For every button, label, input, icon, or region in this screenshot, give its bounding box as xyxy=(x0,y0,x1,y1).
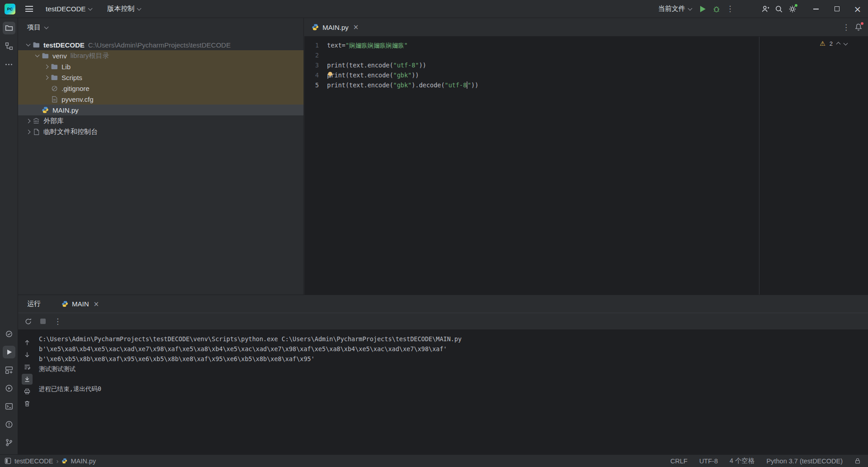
chevron-right-icon[interactable] xyxy=(26,129,30,134)
indent-widget[interactable]: 4 个空格 xyxy=(730,457,755,465)
code-line-4[interactable]: print(text.encode("gbk")) xyxy=(327,70,868,80)
stop-icon[interactable] xyxy=(40,319,46,324)
close-icon[interactable]: × xyxy=(94,300,100,308)
run-panel-header: 运行 MAIN × xyxy=(18,295,868,313)
console-toolbar xyxy=(18,329,36,454)
intention-bulb-icon[interactable] xyxy=(327,71,334,78)
chevron-right-icon[interactable] xyxy=(44,64,48,69)
pycharm-logo-icon: PC xyxy=(5,4,15,14)
code-line-2[interactable] xyxy=(327,50,868,60)
run-configuration-selector[interactable]: 当前文件 xyxy=(658,5,692,13)
tree-item-testdecode[interactable]: testDECODE C:\Users\Admin\PycharmProject… xyxy=(18,39,304,50)
tree-item-scripts[interactable]: Scripts xyxy=(18,72,304,83)
line-number: 1 xyxy=(304,40,324,50)
git-tool-icon[interactable] xyxy=(3,436,15,449)
line-ending-widget[interactable]: CRLF xyxy=(670,457,688,465)
vcs-widget-label: 版本控制 xyxy=(107,5,134,13)
breadcrumb-separator: › xyxy=(56,457,58,465)
next-problem-icon[interactable] xyxy=(844,41,848,45)
terminal-tool-icon[interactable] xyxy=(3,400,15,413)
scroll-down-icon[interactable] xyxy=(22,349,33,360)
code-line-3[interactable]: print(text.encode("utf-8")) xyxy=(327,60,868,70)
commit-tool-icon[interactable] xyxy=(3,328,15,340)
scroll-up-icon[interactable] xyxy=(22,337,33,348)
prev-problem-icon[interactable] xyxy=(836,42,841,47)
run-config-label: 当前文件 xyxy=(658,5,685,13)
ignored-file-icon xyxy=(50,85,59,92)
more-actions-icon[interactable]: ⋮ xyxy=(723,2,737,16)
python-file-icon xyxy=(62,458,67,464)
python-file-icon xyxy=(312,24,319,31)
folder-icon xyxy=(50,74,59,81)
editor-tab-main-py[interactable]: MAIN.py × xyxy=(304,18,363,36)
status-bar: testDECODE › MAIN.py CRLF UTF-8 4 个空格 Py… xyxy=(0,454,868,467)
run-tab-label: MAIN xyxy=(72,300,89,308)
code-area[interactable]: text="娴嬭瘯娴嬭瘯娴嬭瘯" print(text.encode("utf-… xyxy=(324,37,868,295)
maximize-button[interactable] xyxy=(826,0,847,18)
tree-item-label: venv xyxy=(52,52,67,60)
close-button[interactable]: × xyxy=(847,0,868,18)
encoding-widget[interactable]: UTF-8 xyxy=(699,457,718,465)
vcs-widget[interactable]: 版本控制 xyxy=(107,5,141,13)
readonly-lock-icon[interactable] xyxy=(854,457,861,464)
minimize-button[interactable] xyxy=(806,0,826,18)
chevron-down-icon[interactable] xyxy=(35,53,39,57)
tree-item-lib[interactable]: Lib xyxy=(18,61,304,72)
inspection-widget[interactable]: ⚠ 2 xyxy=(820,40,847,47)
more-tool-windows-icon[interactable] xyxy=(3,58,15,71)
run-panel-title[interactable]: 运行 xyxy=(18,300,41,308)
main-menu-icon[interactable] xyxy=(25,6,33,12)
run-options-icon[interactable]: ⋮ xyxy=(54,318,62,325)
close-icon[interactable]: × xyxy=(353,23,359,31)
console-line: b'\xe5\xa8\xb4\xe5\xac\xad\xe7\x98\xaf\x… xyxy=(39,344,868,354)
interpreter-widget[interactable]: Python 3.7 (testDECODE) xyxy=(767,457,843,465)
run-toolbar: ⋮ xyxy=(18,313,868,329)
python-console-tool-icon[interactable] xyxy=(3,382,15,395)
chevron-down-icon[interactable] xyxy=(26,42,30,47)
console-line: 测试测试测试 xyxy=(39,364,868,374)
chevron-right-icon[interactable] xyxy=(44,75,48,80)
tree-item-pyvenv-cfg[interactable]: pyvenv.cfg xyxy=(18,94,304,105)
breadcrumb-project[interactable]: testDECODE xyxy=(14,457,53,465)
code-with-me-icon[interactable] xyxy=(759,2,772,16)
project-panel-header[interactable]: 项目 xyxy=(18,18,304,37)
run-tool-window-icon[interactable] xyxy=(3,346,15,358)
code-line-5[interactable]: print(text.encode("gbk").decode("utf-8")… xyxy=(327,80,868,90)
tree-item-venv[interactable]: venv library根目录 xyxy=(18,50,304,61)
clear-console-icon[interactable] xyxy=(22,398,33,409)
console-line: C:\Users\Admin\PycharmProjects\testDECOD… xyxy=(39,334,868,344)
run-button[interactable] xyxy=(696,2,710,16)
tree-item-main-py[interactable]: MAIN.py xyxy=(18,105,304,115)
soft-wrap-icon[interactable] xyxy=(22,362,33,372)
title-bar: PC testDECODE 版本控制 当前文件 ⋮ × xyxy=(0,0,868,18)
scroll-to-end-icon[interactable] xyxy=(22,374,33,385)
settings-gear-icon[interactable] xyxy=(786,2,799,16)
tool-window-layout-icon[interactable] xyxy=(5,457,11,464)
editor-options-icon[interactable]: ⋮ xyxy=(842,24,850,31)
notifications-bell-icon[interactable] xyxy=(854,23,863,31)
project-tool-icon[interactable] xyxy=(3,22,15,34)
line-number-current: 5 xyxy=(304,80,324,90)
tree-item-scratches[interactable]: 临时文件和控制台 xyxy=(18,126,304,137)
structure-tool-icon[interactable] xyxy=(3,40,15,52)
rerun-icon[interactable] xyxy=(24,318,32,325)
tree-item-label: MAIN.py xyxy=(52,106,79,114)
print-icon[interactable] xyxy=(22,386,33,397)
problems-tool-icon[interactable] xyxy=(3,418,15,431)
debug-button[interactable] xyxy=(710,2,723,16)
code-line-1[interactable]: text="娴嬭瘯娴嬭瘯娴嬭瘯" xyxy=(327,40,868,50)
breadcrumb-file[interactable]: MAIN.py xyxy=(71,457,96,465)
line-number: 3 xyxy=(304,60,324,70)
margin-guide-line xyxy=(759,37,759,295)
run-tab-main[interactable]: MAIN × xyxy=(58,295,103,313)
warning-icon: ⚠ xyxy=(820,40,825,47)
search-everywhere-icon[interactable] xyxy=(772,2,786,16)
services-tool-icon[interactable] xyxy=(3,364,15,376)
tree-item-label: testDECODE xyxy=(43,41,85,49)
tree-item-external-libraries[interactable]: 外部库 xyxy=(18,115,304,126)
tree-item-gitignore[interactable]: .gitignore xyxy=(18,83,304,94)
editor-gutter: 1 2 3 4 5 xyxy=(304,37,324,295)
chevron-right-icon[interactable] xyxy=(26,119,30,123)
project-widget[interactable]: testDECODE xyxy=(46,5,92,13)
editor-body[interactable]: 1 2 3 4 5 text="娴嬭瘯娴嬭瘯娴嬭瘯" print(text.en… xyxy=(304,37,868,295)
